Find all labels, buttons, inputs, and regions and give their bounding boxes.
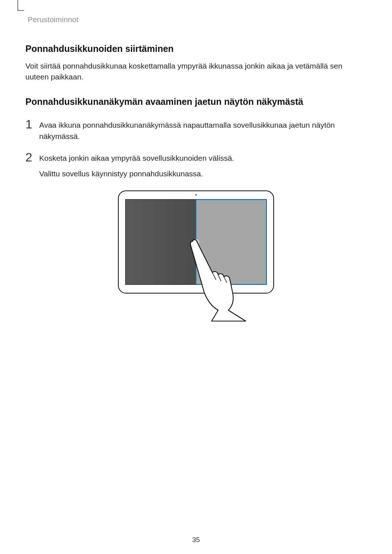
- tablet-camera-icon: [195, 194, 197, 196]
- tablet-notch-icon: [193, 190, 199, 192]
- split-pane-right-selected: [196, 200, 266, 284]
- step-text: Kosketa jonkin aikaa ympyrää sovellusikk…: [39, 152, 234, 164]
- corner-mark-vertical: [17, 0, 18, 11]
- step-number: 2: [25, 151, 39, 163]
- tablet-notch-icon: [203, 190, 218, 192]
- step-item: 2 Kosketa jonkin aikaa ympyrää sovellusi…: [25, 152, 367, 180]
- divider-handle-icon: [194, 239, 199, 245]
- page-number: 35: [0, 536, 392, 544]
- page-header-section: Perustoiminnot: [25, 15, 367, 24]
- paragraph-moving-popups: Voit siirtää ponnahdusikkunaa koskettama…: [25, 61, 367, 83]
- heading-open-popup-from-split: Ponnahdusikkunanäkymän avaaminen jaetun …: [25, 97, 367, 107]
- step-item: 1 Avaa ikkuna ponnahdusikkunanäkymässä n…: [25, 119, 367, 142]
- tablet-screen: [125, 199, 267, 285]
- split-pane-left: [126, 200, 196, 284]
- heading-moving-popups: Ponnahdusikkunoiden siirtäminen: [25, 44, 367, 54]
- step-text-secondary: Valittu sovellus käynnistyy ponnahdusikk…: [39, 168, 234, 180]
- step-number: 1: [25, 118, 39, 130]
- step-text: Avaa ikkuna ponnahdusikkunanäkymässä nap…: [39, 119, 367, 142]
- tablet-illustration: [118, 190, 274, 294]
- corner-mark-horizontal: [17, 10, 24, 11]
